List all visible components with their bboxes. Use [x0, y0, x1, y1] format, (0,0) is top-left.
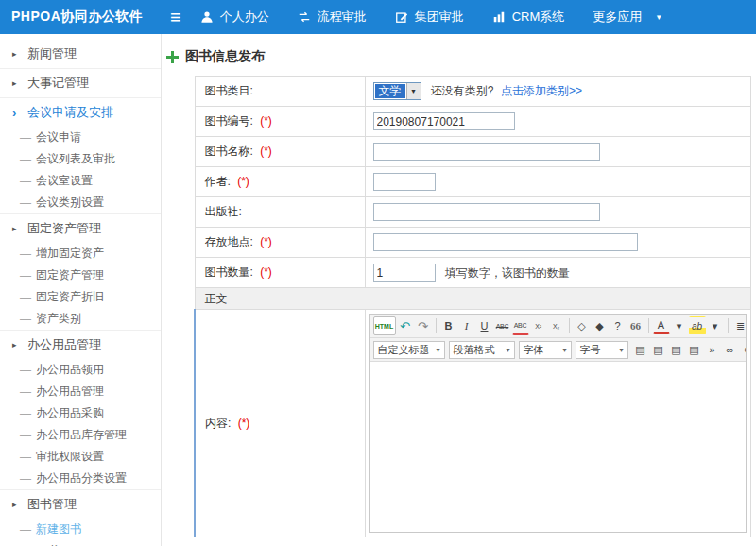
sidebar-item-fixed-asset-management[interactable]: ▸ 固定资产管理 [0, 214, 161, 243]
undo-icon[interactable]: ↶ [397, 316, 414, 335]
strikethrough-button[interactable]: ABC [494, 316, 511, 335]
heading-style-select[interactable]: 自定义标题 ▾ [373, 341, 445, 359]
align-right-icon[interactable]: ▤ [668, 340, 685, 359]
nav-personal-office[interactable]: 个人办公 [200, 9, 269, 26]
nav-label: 个人办公 [220, 9, 269, 26]
app-logo[interactable]: PHPOA协同办公软件 [0, 9, 163, 26]
font-color-button[interactable]: A [653, 317, 670, 334]
sidebar: ▸ 新闻管理 ▸ 大事记管理 › 会议申请及安排 — 会议申请 — 会议列表及审… [0, 34, 162, 546]
nav-group-approval[interactable]: 集团审批 [395, 9, 464, 26]
category-select[interactable]: 文学 ▼ [373, 82, 421, 100]
sidebar-item-meeting-room-settings[interactable]: — 会议室设置 [0, 170, 161, 192]
font-family-select[interactable]: 字体 ▾ [519, 341, 572, 359]
book-name-input[interactable] [373, 143, 600, 161]
required-mark: (*) [260, 145, 272, 158]
author-label: 作者: (*) [195, 167, 365, 197]
link-icon[interactable]: ∞ [722, 340, 739, 359]
nav-crm-system[interactable]: CRM系统 [492, 9, 565, 26]
form-row-publisher: 出版社: [195, 197, 751, 228]
sidebar-group-events: ▸ 大事记管理 [0, 69, 161, 98]
redo-icon[interactable]: ↷ [415, 316, 432, 335]
quantity-input[interactable] [373, 264, 436, 282]
edit-square-icon [395, 10, 408, 24]
help-icon[interactable]: ? [610, 316, 627, 335]
sidebar-item-add-fixed-asset[interactable]: — 增加固定资产 [0, 243, 161, 264]
sidebar-item-fixed-asset-manage[interactable]: — 固定资产管理 [0, 264, 161, 286]
align-justify-icon[interactable]: ▤ [686, 340, 703, 359]
bold-button[interactable]: B [440, 316, 457, 335]
sidebar-item-supply-purchase[interactable]: — 办公用品采购 [0, 402, 161, 424]
add-icon [166, 51, 179, 63]
content-label: 内容: (*) [195, 310, 365, 537]
highlight-caret-icon[interactable]: ▾ [707, 316, 724, 335]
book-no-label: 图书编号: (*) [195, 107, 365, 137]
form-row-quantity: 图书数量: (*) 填写数字，该图书的数量 [195, 258, 751, 288]
nav-process-approval[interactable]: 流程审批 [298, 9, 367, 26]
required-mark: (*) [260, 265, 272, 279]
location-input[interactable] [373, 233, 638, 251]
sidebar-item-meeting-management[interactable]: › 会议申请及安排 [0, 98, 161, 127]
sidebar-item-office-supply-management[interactable]: ▸ 办公用品管理 [0, 331, 161, 359]
toolbar-separator [648, 318, 649, 333]
chevron-right-icon: ▸ [12, 500, 20, 509]
nav-label: CRM系统 [512, 9, 565, 26]
subscript-button[interactable]: X₂ [548, 316, 565, 335]
chevron-right-icon: ▸ [12, 78, 20, 88]
publisher-label: 出版社: [195, 197, 365, 228]
chevron-down-icon: ▾ [436, 346, 439, 354]
nav-more-apps[interactable]: 更多应用 ▼ [593, 9, 662, 26]
main-content: 图书信息发布 图书类目: 文学 ▼ 还没有类别? 点击添加类别>> 图书编号: … [163, 34, 756, 546]
publisher-input[interactable] [373, 203, 600, 221]
html-source-button[interactable]: HTML [373, 316, 396, 335]
paragraph-format-select[interactable]: 段落格式 ▾ [449, 341, 515, 359]
sidebar-item-supply-category-settings[interactable]: — 办公用品分类设置 [0, 468, 161, 489]
nav-label: 流程审批 [318, 9, 367, 26]
sidebar-item-news-management[interactable]: ▸ 新闻管理 [0, 40, 161, 68]
topbar-nav: 个人办公 流程审批 集团审批 CRM系统 更多应用 ▼ [200, 9, 663, 26]
topbar: PHPOA协同办公软件 ≡ 个人办公 流程审批 集团审批 CRM系统 [0, 0, 756, 34]
sidebar-item-meeting-apply[interactable]: — 会议申请 [0, 127, 161, 148]
sidebar-item-approval-permission[interactable]: — 审批权限设置 [0, 446, 161, 468]
sidebar-item-supply-manage[interactable]: — 办公用品管理 [0, 381, 161, 402]
blockquote-icon[interactable]: 66 [627, 316, 644, 335]
highlight-button[interactable]: ab [689, 316, 706, 335]
sidebar-item-book-manage[interactable]: — 图书管理 [0, 540, 161, 546]
sidebar-item-asset-category[interactable]: — 资产类别 [0, 308, 161, 330]
hamburger-menu-icon[interactable]: ≡ [170, 8, 181, 26]
font-size-select[interactable]: 字号 ▾ [576, 341, 628, 359]
author-input[interactable] [373, 173, 436, 191]
editor-content-area[interactable] [370, 362, 747, 532]
sidebar-item-fixed-asset-depreciation[interactable]: — 固定资产折旧 [0, 286, 161, 308]
align-center-icon[interactable]: ▤ [650, 340, 667, 359]
sidebar-item-book-management[interactable]: ▸ 图书管理 [0, 490, 161, 519]
chevron-right-icon: › [12, 106, 20, 120]
superscript-button[interactable]: X² [530, 316, 547, 335]
format-brush-icon[interactable]: ◆ [592, 316, 609, 335]
sidebar-item-supply-inventory[interactable]: — 办公用品库存管理 [0, 424, 161, 446]
process-flow-icon [298, 10, 311, 24]
chevron-down-icon: ▾ [562, 346, 566, 354]
italic-button[interactable]: I [458, 316, 475, 335]
dash-icon: — [20, 291, 31, 304]
sidebar-item-supply-collect[interactable]: — 办公用品领用 [0, 359, 161, 381]
sidebar-item-events-management[interactable]: ▸ 大事记管理 [0, 69, 161, 97]
add-category-link[interactable]: 点击添加类别>> [501, 84, 582, 97]
form-row-book-name: 图书名称: (*) [195, 137, 751, 167]
underline-button[interactable]: U [476, 316, 493, 335]
chevron-down-icon: ▾ [506, 346, 509, 354]
book-no-input[interactable] [373, 112, 515, 130]
sidebar-item-meeting-list-approval[interactable]: — 会议列表及审批 [0, 148, 161, 170]
align-left-icon[interactable]: ▤ [632, 340, 649, 359]
sidebar-item-new-book[interactable]: — 新建图书 [0, 519, 161, 540]
form-row-category: 图书类目: 文学 ▼ 还没有类别? 点击添加类别>> [195, 77, 751, 107]
ordered-list-icon[interactable]: ≣ [732, 316, 747, 335]
font-color-caret-icon[interactable]: ▾ [671, 316, 688, 335]
indent-icon[interactable]: » [704, 340, 721, 359]
eraser-icon[interactable]: ◇ [574, 316, 591, 335]
form-row-section: 正文 [195, 288, 751, 310]
user-icon [200, 10, 214, 24]
spellcheck-button[interactable]: ABC [512, 316, 529, 335]
sidebar-group-meetings: › 会议申请及安排 — 会议申请 — 会议列表及审批 — 会议室设置 — 会议类… [0, 98, 161, 214]
sidebar-item-meeting-category-settings[interactable]: — 会议类别设置 [0, 192, 161, 213]
unlink-icon[interactable]: ⊗ [740, 340, 747, 359]
